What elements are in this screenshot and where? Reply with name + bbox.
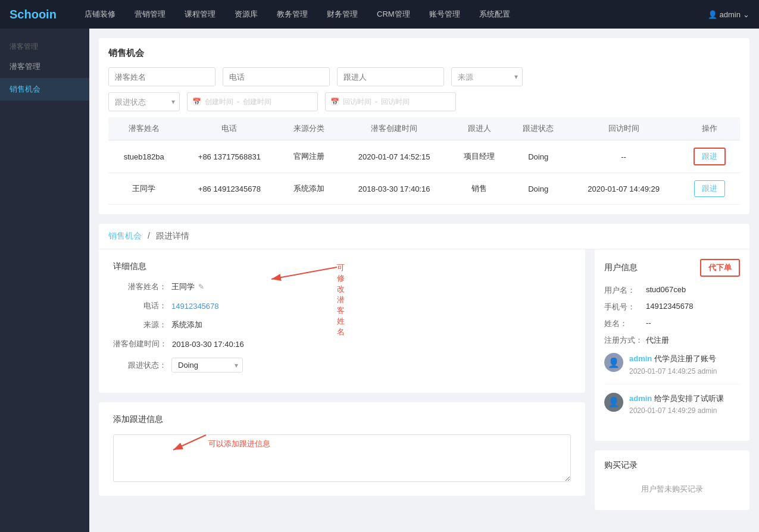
visit-end-label: 回访时间 bbox=[381, 97, 410, 107]
nav-education[interactable]: 教务管理 bbox=[267, 0, 317, 29]
cell-follower-2: 销售 bbox=[450, 173, 509, 205]
activity-list: 👤 admin 代学员注册了账号 2020-01-07 14:49:25 adm… bbox=[604, 353, 740, 423]
nav-crm[interactable]: CRM管理 bbox=[367, 0, 420, 29]
status-select-wrapper-detail: Doing bbox=[171, 358, 243, 373]
date-separator: - bbox=[237, 98, 239, 106]
status-select-wrapper: 跟进状态 bbox=[108, 92, 180, 111]
activity-text-1: admin 代学员注册了账号 bbox=[629, 353, 740, 365]
activity-desc-2: 给学员安排了试听课 bbox=[654, 394, 724, 403]
source-value: 系统添加 bbox=[171, 320, 202, 330]
breadcrumb-parent[interactable]: 销售机会 bbox=[108, 231, 142, 240]
user-menu[interactable]: 👤 admin ⌄ bbox=[708, 10, 749, 19]
cell-phone-1: +86 13717568831 bbox=[179, 140, 279, 173]
nav-account[interactable]: 账号管理 bbox=[420, 0, 470, 29]
panel-title: 销售机会 bbox=[108, 48, 740, 59]
no-purchase-record: 用户暂未购买记录 bbox=[604, 478, 740, 500]
filter-row-2: 跟进状态 📅 创建时间 - 创建时间 📅 回访时间 - 回访时间 bbox=[108, 92, 740, 111]
activity-actor-2: admin bbox=[629, 394, 652, 403]
edit-name-icon[interactable]: ✎ bbox=[198, 283, 204, 291]
table-header-row: 潜客姓名 电话 来源分类 潜客创建时间 跟进人 跟进状态 回访时间 操作 bbox=[108, 117, 740, 140]
cell-source-1: 官网注册 bbox=[279, 140, 338, 173]
order-button[interactable]: 代下单 bbox=[700, 259, 740, 277]
status-select[interactable]: 跟进状态 bbox=[108, 92, 180, 111]
nav-marketing[interactable]: 营销管理 bbox=[125, 0, 175, 29]
follow-content-textarea[interactable] bbox=[113, 434, 571, 482]
sales-table: 潜客姓名 电话 来源分类 潜客创建时间 跟进人 跟进状态 回访时间 操作 stu… bbox=[108, 117, 740, 205]
cell-visit-1: -- bbox=[568, 140, 680, 173]
table-row: 王同学 +86 14912345678 系统添加 2018-03-30 17:4… bbox=[108, 173, 740, 205]
activity-item-2: 👤 admin 给学员安排了试听课 2020-01-07 14:49:29 ad… bbox=[604, 393, 740, 424]
cell-source-2: 系统添加 bbox=[279, 173, 338, 205]
user-phone-row: 手机号： 14912345678 bbox=[604, 302, 740, 312]
top-navigation: Schooin 店铺装修 营销管理 课程管理 资源库 教务管理 财务管理 CRM… bbox=[0, 0, 759, 29]
cell-name-1: stueb182ba bbox=[108, 140, 179, 173]
cell-status-1: Doing bbox=[509, 140, 568, 173]
created-value: 2018-03-30 17:40:16 bbox=[172, 340, 244, 349]
th-source: 来源分类 bbox=[279, 117, 338, 140]
nav-finance[interactable]: 财务管理 bbox=[317, 0, 367, 29]
app-logo: Schooin bbox=[10, 8, 57, 21]
activity-item-1: 👤 admin 代学员注册了账号 2020-01-07 14:49:25 adm… bbox=[604, 353, 740, 384]
status-select-detail[interactable]: Doing bbox=[171, 358, 243, 373]
search-follower-input[interactable] bbox=[337, 67, 444, 86]
date-separator-2: - bbox=[375, 98, 377, 106]
sidebar-item-sales[interactable]: 销售机会 bbox=[0, 78, 89, 101]
detail-created-row: 潜客创建时间： 2018-03-30 17:40:16 bbox=[113, 339, 571, 349]
nav-resource[interactable]: 资源库 bbox=[225, 0, 267, 29]
follow-button-1[interactable]: 跟进 bbox=[694, 148, 726, 165]
user-phone-label: 手机号： bbox=[604, 302, 646, 312]
source-select[interactable]: 来源 bbox=[451, 67, 523, 86]
user-reg-label: 注册方式： bbox=[604, 335, 646, 346]
detail-name-row: 潜客姓名： 王同学 ✎ bbox=[113, 281, 571, 292]
user-chevron-icon: ⌄ bbox=[743, 10, 749, 19]
user-name-label: 姓名： bbox=[604, 318, 646, 329]
sales-opportunity-panel: 销售机会 来源 跟进状态 bbox=[99, 38, 749, 214]
user-name-row: 姓名： -- bbox=[604, 318, 740, 329]
activity-avatar-1: 👤 bbox=[604, 353, 623, 372]
follow-button-2[interactable]: 跟进 bbox=[694, 180, 725, 197]
th-created: 潜客创建时间 bbox=[338, 117, 450, 140]
source-label: 来源： bbox=[113, 320, 167, 330]
activity-content-1: admin 代学员注册了账号 2020-01-07 14:49:25 admin bbox=[629, 353, 740, 375]
user-phone-value: 14912345678 bbox=[646, 302, 694, 312]
username-field-value: stud067ceb bbox=[646, 285, 686, 296]
cell-status-2: Doing bbox=[509, 173, 568, 205]
detail-source-row: 来源： 系统添加 bbox=[113, 320, 571, 330]
sidebar-item-potential[interactable]: 潜客管理 bbox=[0, 55, 89, 78]
detail-card-title: 详细信息 bbox=[113, 261, 571, 272]
nav-menu: 店铺装修 营销管理 课程管理 资源库 教务管理 财务管理 CRM管理 账号管理 … bbox=[75, 0, 708, 29]
th-name: 潜客姓名 bbox=[108, 117, 179, 140]
phone-label: 电话： bbox=[113, 301, 167, 311]
nav-system[interactable]: 系统配置 bbox=[470, 0, 520, 29]
th-visit: 回访时间 bbox=[568, 117, 680, 140]
user-card-header: 用户信息 代下单 bbox=[604, 259, 740, 277]
breadcrumb: 销售机会 / 跟进详情 bbox=[108, 231, 189, 240]
cell-action-1: 跟进 bbox=[680, 140, 740, 173]
detail-phone-row: 电话： 14912345678 bbox=[113, 301, 571, 311]
th-status: 跟进状态 bbox=[509, 117, 568, 140]
th-action: 操作 bbox=[680, 117, 740, 140]
main-layout: 潜客管理 潜客管理 销售机会 销售机会 来源 bbox=[0, 29, 759, 532]
create-start-label: 创建时间 bbox=[205, 97, 233, 107]
search-phone-input[interactable] bbox=[223, 67, 330, 86]
prospect-name-value: 王同学 bbox=[171, 281, 195, 292]
user-name-value: -- bbox=[646, 318, 651, 329]
detail-info-card: 详细信息 潜客姓名： 王同学 ✎ bbox=[99, 249, 585, 393]
table-row: stueb182ba +86 13717568831 官网注册 2020-01-… bbox=[108, 140, 740, 173]
search-name-input[interactable] bbox=[108, 67, 215, 86]
user-reg-row: 注册方式： 代注册 bbox=[604, 335, 740, 346]
source-select-wrapper: 来源 bbox=[451, 67, 523, 86]
breadcrumb-current: 跟进详情 bbox=[156, 231, 189, 240]
phone-value: 14912345678 bbox=[171, 302, 219, 311]
cell-name-2: 王同学 bbox=[108, 173, 179, 205]
th-phone: 电话 bbox=[179, 117, 279, 140]
username-field-label: 用户名： bbox=[604, 285, 646, 296]
cell-phone-2: +86 14912345678 bbox=[179, 173, 279, 205]
detail-side-column: 用户信息 代下单 用户名： stud067ceb 手机号： 1491234567… bbox=[595, 249, 749, 510]
username-row: 用户名： stud067ceb bbox=[604, 285, 740, 296]
activity-time-2: 2020-01-07 14:49:29 admin bbox=[629, 406, 740, 415]
create-end-label: 创建时间 bbox=[243, 97, 271, 107]
nav-course[interactable]: 课程管理 bbox=[175, 0, 225, 29]
th-follower: 跟进人 bbox=[450, 117, 509, 140]
nav-store[interactable]: 店铺装修 bbox=[75, 0, 125, 29]
